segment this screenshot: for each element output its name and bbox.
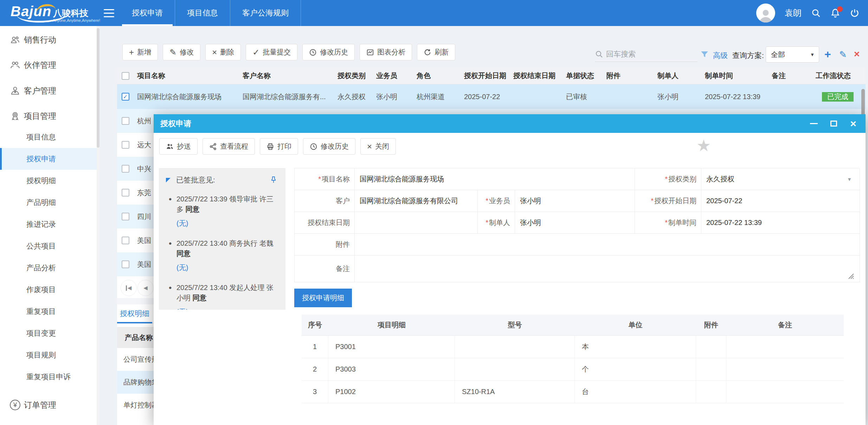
sidebar-item-public-project[interactable]: 公共项目: [0, 235, 97, 257]
customer-field[interactable]: 国网湖北综合能源服务有限公司: [355, 190, 478, 212]
maximize-icon[interactable]: [829, 119, 838, 128]
batch-submit-button[interactable]: ✓批量提交: [246, 44, 297, 60]
sidebar-item-progress-record[interactable]: 推进记录: [0, 213, 97, 235]
first-page-button[interactable]: ◀: [121, 280, 137, 296]
sidebar-item-label: 客户管理: [24, 85, 56, 96]
close-doc-button[interactable]: ×关闭: [360, 138, 396, 155]
add-query-plan-button[interactable]: +: [824, 48, 831, 61]
resize-handle-icon[interactable]: [846, 271, 854, 279]
notification-bell-icon[interactable]: [830, 8, 840, 18]
detail-tab-auth-request-detail[interactable]: 授权申请明细: [294, 289, 352, 307]
delete-button[interactable]: ×删除: [205, 44, 241, 60]
auth-type-select[interactable]: 永久授权▼: [701, 168, 860, 190]
detail-row[interactable]: 2 P3003 个: [302, 358, 844, 381]
edit-history-button[interactable]: 修改历史: [302, 44, 355, 60]
detail-row[interactable]: 1 P3001 本: [302, 336, 844, 358]
edit-button[interactable]: ✎修改: [163, 44, 200, 60]
sidebar-item-customer-mgmt[interactable]: 客户管理: [0, 80, 97, 101]
select-all-checkbox[interactable]: [122, 72, 129, 80]
refresh-button[interactable]: 刷新: [417, 44, 455, 60]
sidebar-item-auth-detail[interactable]: 授权明细: [0, 170, 97, 192]
creator-field[interactable]: 张小明: [515, 212, 635, 234]
sidebar-item-product-detail[interactable]: 产品明细: [0, 192, 97, 213]
collapse-triangle-icon[interactable]: [166, 178, 171, 182]
search-icon[interactable]: [811, 8, 821, 18]
print-button[interactable]: 打印: [260, 138, 298, 155]
row-checkbox[interactable]: [122, 165, 129, 173]
sidebar-item-duplicate-project[interactable]: 重复项目: [0, 301, 97, 322]
row-checkbox[interactable]: [122, 141, 129, 149]
approval-header: 已签批意见:: [176, 175, 215, 185]
sidebar-item-duplicate-project-appeal[interactable]: 重复项目申诉: [0, 366, 97, 388]
field-label-end-date: 授权结束日期: [308, 218, 350, 227]
sidebar-item-product-analysis[interactable]: 产品分析: [0, 257, 97, 279]
chevron-down-icon: ▼: [810, 52, 815, 57]
tab-project-info[interactable]: 项目信息: [175, 0, 230, 26]
auth-request-modal: 授权申请 × 抄送 查看流程 打印 修改历史 ×关闭 ★ 已签批意见:: [154, 114, 866, 425]
sidebar-item-auth-request[interactable]: 授权申请: [0, 148, 97, 170]
tab-customer-pool-rules[interactable]: 客户公海规则: [230, 0, 301, 26]
query-plan-select[interactable]: 全部 ▼: [766, 46, 819, 63]
pencil-icon: ✎: [169, 48, 176, 57]
end-date-field[interactable]: [355, 212, 478, 234]
attachment-link[interactable]: (无): [176, 307, 278, 310]
sidebar-item-voided-project[interactable]: 作废项目: [0, 279, 97, 301]
row-checkbox[interactable]: [122, 189, 129, 197]
salesman-field[interactable]: 张小明: [515, 190, 635, 212]
cc-button[interactable]: 抄送: [159, 138, 198, 155]
search-input[interactable]: [606, 50, 690, 58]
field-label-attachment: 附件: [336, 240, 350, 249]
table-row-selected[interactable]: 国网湖北综合能源服务现场 国网湖北综合能源服务有... 永久授权 张小明 杭州渠…: [117, 84, 866, 109]
delete-query-plan-button[interactable]: ×: [854, 49, 860, 60]
prev-page-button[interactable]: ◀: [137, 280, 154, 296]
sidebar-item-label: 订单管理: [24, 400, 56, 411]
start-date-field[interactable]: 2025-07-22: [701, 190, 860, 212]
attachment-link[interactable]: (无): [176, 218, 278, 228]
tab-auth-request[interactable]: 授权申请: [120, 0, 175, 26]
power-logout-icon[interactable]: [850, 8, 860, 18]
partners-icon: [10, 60, 22, 70]
chart-analysis-button[interactable]: 图表分析: [360, 44, 412, 60]
advanced-search-link[interactable]: 高级: [713, 51, 728, 60]
modal-titlebar[interactable]: 授权申请 ×: [154, 114, 866, 133]
username[interactable]: 袁朗: [785, 7, 802, 19]
sidebar-item-sales-action[interactable]: 销售行动: [0, 29, 97, 50]
bottom-tab-auth-detail[interactable]: 授权明细: [117, 305, 152, 323]
minimize-icon[interactable]: [809, 119, 818, 128]
hamburger-menu-icon[interactable]: [104, 7, 114, 20]
row-checkbox[interactable]: [122, 237, 129, 244]
row-checkbox[interactable]: [122, 260, 129, 268]
remark-field[interactable]: [355, 256, 860, 282]
close-icon[interactable]: ×: [849, 119, 858, 128]
sidebar-item-project-info[interactable]: 项目信息: [0, 126, 97, 148]
sidebar-scrollbar-thumb[interactable]: [97, 28, 99, 148]
row-checkbox-checked[interactable]: [122, 93, 129, 101]
filter-funnel-icon[interactable]: [700, 50, 709, 59]
row-checkbox[interactable]: [122, 213, 129, 220]
logo-text: Bajun: [11, 4, 51, 19]
attachment-link[interactable]: (无): [176, 263, 278, 273]
sidebar-item-project-change[interactable]: 项目变更: [0, 322, 97, 344]
avatar[interactable]: [756, 4, 775, 22]
sidebar-item-project-rule[interactable]: 项目规则: [0, 344, 97, 366]
project-name-field[interactable]: 国网湖北综合能源服务现场: [355, 168, 635, 190]
chevron-down-icon[interactable]: ▼: [847, 176, 852, 182]
attachment-field[interactable]: [355, 234, 860, 256]
create-time-field[interactable]: 2025-07-22 13:39: [701, 212, 860, 234]
add-button[interactable]: +新增: [122, 44, 158, 60]
table-scrollbar-thumb[interactable]: [861, 89, 865, 116]
verdict: 同意: [186, 205, 200, 213]
favorite-star-icon[interactable]: ★: [696, 136, 711, 155]
detail-row[interactable]: 3 P1002 SZ10-R1A 台: [302, 381, 844, 403]
row-checkbox[interactable]: [122, 117, 129, 125]
app-logo[interactable]: Bajun 八骏科技 Anyone,Anytime,Anywhere!: [11, 4, 100, 22]
view-flow-button[interactable]: 查看流程: [202, 138, 255, 155]
edit-query-plan-button[interactable]: ✎: [839, 49, 847, 60]
sidebar-item-order-mgmt[interactable]: ¥ 订单管理: [0, 394, 97, 416]
detail-table: 序号 项目明细 型号 单位 附件 备注 1 P3001 本 2 P3003 个 …: [302, 315, 844, 403]
edit-history-button[interactable]: 修改历史: [303, 138, 355, 155]
sidebar-item-project-mgmt[interactable]: 项目管理: [0, 105, 97, 127]
pin-icon[interactable]: [269, 176, 278, 184]
top-nav-tabs: 授权申请 项目信息 客户公海规则: [120, 0, 301, 26]
sidebar-item-partner-mgmt[interactable]: 伙伴管理: [0, 54, 97, 76]
